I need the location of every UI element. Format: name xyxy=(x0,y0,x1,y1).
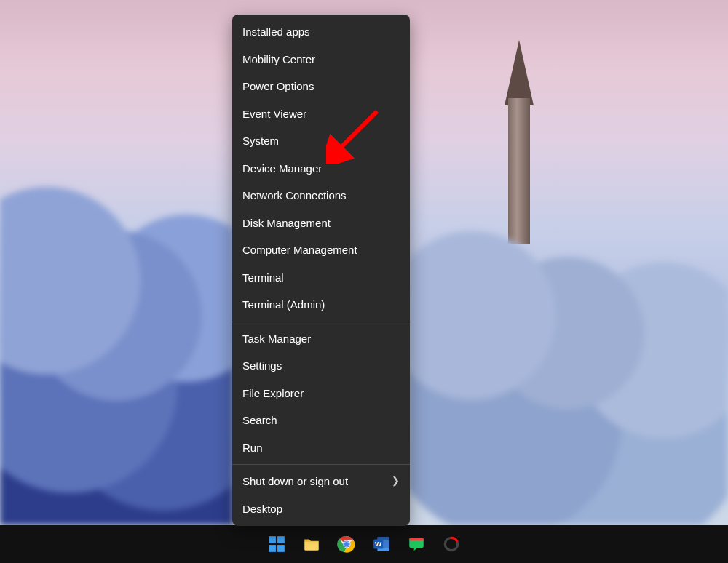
menu-item-event-viewer[interactable]: Event Viewer xyxy=(232,100,410,128)
menu-item-network-connections[interactable]: Network Connections xyxy=(232,182,410,209)
menu-item-label: Shut down or sign out xyxy=(242,474,348,489)
svg-text:W: W xyxy=(375,540,382,548)
menu-item-search[interactable]: Search xyxy=(232,407,410,434)
menu-item-shutdown[interactable]: Shut down or sign out ❯ xyxy=(232,468,410,495)
chrome-icon xyxy=(337,535,356,554)
taskbar-file-explorer[interactable] xyxy=(298,530,325,558)
menu-item-label: Installed apps xyxy=(242,25,310,39)
windows-icon xyxy=(267,535,286,554)
chevron-right-icon: ❯ xyxy=(392,475,400,487)
menu-item-label: Task Manager xyxy=(242,332,311,346)
menu-item-label: Mobility Center xyxy=(242,52,315,67)
menu-item-terminal-admin[interactable]: Terminal (Admin) xyxy=(232,291,410,319)
menu-item-task-manager[interactable]: Task Manager xyxy=(232,325,410,353)
chat-icon xyxy=(407,535,426,554)
ring-icon xyxy=(442,535,461,554)
wallpaper-trees-left xyxy=(0,176,233,525)
svg-rect-6 xyxy=(304,542,319,551)
svg-point-10 xyxy=(344,542,349,546)
menu-item-device-manager[interactable]: Device Manager xyxy=(232,155,410,183)
menu-item-settings[interactable]: Settings xyxy=(232,352,410,380)
menu-item-label: Power Options xyxy=(242,79,314,94)
menu-item-label: Device Manager xyxy=(242,161,322,176)
taskbar-word[interactable]: W xyxy=(368,530,395,558)
menu-item-disk-management[interactable]: Disk Management xyxy=(232,209,410,237)
menu-separator xyxy=(232,464,410,465)
menu-item-run[interactable]: Run xyxy=(232,434,410,462)
svg-rect-5 xyxy=(277,545,285,552)
menu-item-label: File Explorer xyxy=(242,386,304,401)
menu-item-label: Run xyxy=(242,441,263,455)
menu-item-label: Search xyxy=(242,413,277,428)
menu-item-terminal[interactable]: Terminal xyxy=(232,264,410,292)
wallpaper-trees-right xyxy=(408,176,728,525)
taskbar: W xyxy=(0,525,728,563)
folder-icon xyxy=(302,535,321,554)
menu-item-label: Computer Management xyxy=(242,243,357,257)
winx-context-menu: Installed apps Mobility Center Power Opt… xyxy=(232,15,410,526)
taskbar-start-button[interactable] xyxy=(263,530,290,558)
menu-item-label: System xyxy=(242,134,279,148)
menu-item-label: Disk Management xyxy=(242,216,331,231)
menu-item-label: Terminal (Admin) xyxy=(242,298,325,312)
menu-item-mobility-center[interactable]: Mobility Center xyxy=(232,46,410,73)
svg-rect-2 xyxy=(269,536,276,543)
menu-item-system[interactable]: System xyxy=(232,127,410,155)
taskbar-chrome[interactable] xyxy=(333,530,360,558)
svg-rect-4 xyxy=(269,545,276,552)
taskbar-chat[interactable] xyxy=(403,530,430,558)
menu-item-computer-management[interactable]: Computer Management xyxy=(232,236,410,264)
taskbar-app[interactable] xyxy=(438,530,465,558)
menu-item-file-explorer[interactable]: File Explorer xyxy=(232,380,410,407)
menu-item-label: Terminal xyxy=(242,271,284,285)
word-icon: W xyxy=(372,535,391,554)
menu-item-desktop[interactable]: Desktop xyxy=(232,495,410,523)
menu-item-power-options[interactable]: Power Options xyxy=(232,73,410,100)
svg-rect-3 xyxy=(277,536,285,543)
svg-rect-17 xyxy=(409,538,424,540)
menu-item-label: Settings xyxy=(242,359,282,373)
menu-item-label: Network Connections xyxy=(242,188,347,203)
menu-separator xyxy=(232,322,410,322)
menu-item-installed-apps[interactable]: Installed apps xyxy=(232,18,410,46)
menu-item-label: Event Viewer xyxy=(242,107,306,121)
menu-item-label: Desktop xyxy=(242,502,282,516)
